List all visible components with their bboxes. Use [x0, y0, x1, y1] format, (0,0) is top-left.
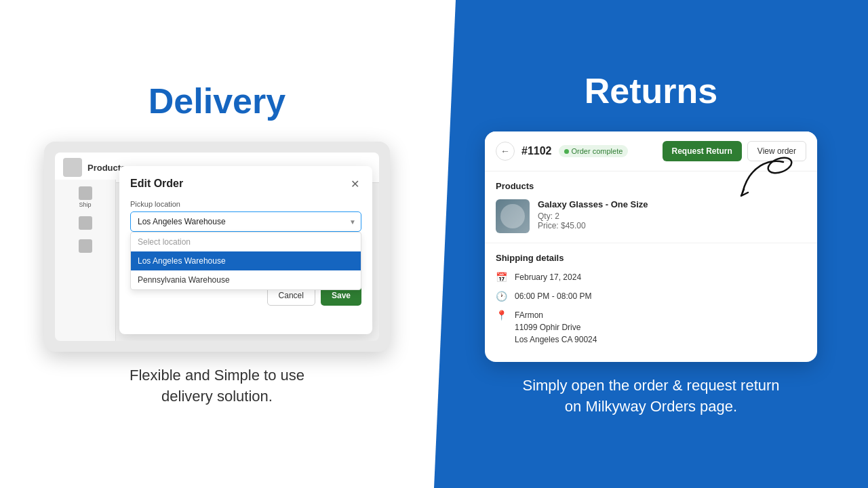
pickup-select-wrapper: Los Angeles Warehouse ▼ Select location …	[130, 211, 361, 232]
back-arrow-icon: ←	[500, 146, 510, 157]
returns-desc: Simply open the order & request return o…	[522, 375, 779, 418]
shipping-time-row: 🕐 06:00 PM - 08:00 PM	[496, 290, 806, 302]
product-row: Galaxy Glasses - One Size Qty: 2 Price: …	[496, 199, 806, 233]
shipping-name: FArmon	[515, 309, 597, 321]
sidebar-item-ship: Ship	[79, 186, 92, 208]
shipping-address1: 11099 Ophir Drive	[515, 321, 597, 333]
dropdown-item-pa[interactable]: Pennsylvania Warehouse	[131, 270, 361, 289]
order-number: #1102	[521, 145, 552, 157]
left-panel: Delivery Products Ship	[0, 0, 434, 488]
order-card: ← #1102 Order complete Request Return Vi…	[485, 131, 817, 362]
product-qty: Qty: 2	[538, 211, 806, 221]
delivery-title: Delivery	[149, 81, 285, 121]
pickup-dropdown: Select location Los Angeles Warehouse Pe…	[130, 232, 361, 290]
products-section: Products Galaxy Glasses - One Size Qty: …	[485, 171, 817, 243]
returns-desc-line2: on Milkyway Orders page.	[565, 398, 737, 415]
tablet-inner: Products Ship Edit Order ✕	[55, 152, 379, 341]
calendar-icon: 📅	[496, 272, 508, 283]
order-header: ← #1102 Order complete Request Return Vi…	[485, 131, 817, 171]
product-info: Galaxy Glasses - One Size Qty: 2 Price: …	[538, 199, 806, 230]
product-img-inner	[500, 204, 525, 228]
right-panel: Returns ← #1102 Order complete Request R…	[434, 0, 868, 488]
sidebar-icon-2	[79, 216, 92, 230]
modal-header: Edit Order ✕	[130, 177, 361, 190]
pickup-label: Pickup location	[130, 200, 361, 208]
sidebar-ship-label: Ship	[79, 201, 92, 208]
shipping-section: Shipping details 📅 February 17, 2024 🕐 0…	[485, 243, 817, 362]
clock-icon: 🕐	[496, 291, 508, 302]
sidebar-icon-3	[79, 239, 92, 253]
request-return-button[interactable]: Request Return	[663, 141, 742, 161]
products-thumb	[63, 158, 82, 177]
sidebar-item-2	[79, 216, 92, 231]
tablet-mockup: Products Ship Edit Order ✕	[44, 142, 390, 352]
returns-desc-line1: Simply open the order & request return	[522, 377, 779, 394]
delivery-desc-line2: delivery solution.	[161, 388, 273, 405]
status-badge: Order complete	[559, 145, 629, 157]
dropdown-item-la[interactable]: Los Angeles Warehouse	[131, 251, 361, 270]
dropdown-item-placeholder[interactable]: Select location	[131, 232, 361, 251]
close-button[interactable]: ✕	[348, 177, 361, 190]
product-image	[496, 199, 530, 233]
product-name: Galaxy Glasses - One Size	[538, 199, 806, 209]
shipping-address: FArmon 11099 Ophir Drive Los Angeles CA …	[515, 309, 597, 346]
header-actions: Request Return View order	[663, 141, 806, 161]
delivery-desc: Flexible and Simple to use delivery solu…	[130, 365, 304, 407]
sidebar-item-3	[79, 239, 92, 254]
shipping-date-row: 📅 February 17, 2024	[496, 271, 806, 283]
status-dot-icon	[564, 149, 569, 154]
location-icon: 📍	[496, 310, 508, 321]
modal-title: Edit Order	[130, 178, 183, 190]
returns-title: Returns	[585, 70, 717, 111]
view-order-button[interactable]: View order	[747, 141, 806, 161]
shipping-time: 06:00 PM - 08:00 PM	[515, 290, 591, 302]
shipping-heading: Shipping details	[496, 253, 806, 263]
products-heading: Products	[496, 181, 806, 191]
edit-order-modal: Edit Order ✕ Pickup location Los Angeles…	[119, 166, 372, 334]
tablet-sidebar: Ship	[55, 180, 116, 341]
shipping-address2: Los Angeles CA 90024	[515, 333, 597, 346]
order-card-container: ← #1102 Order complete Request Return Vi…	[485, 131, 817, 362]
product-price: Price: $45.00	[538, 221, 806, 230]
ship-icon	[79, 186, 92, 200]
delivery-desc-line1: Flexible and Simple to use	[130, 367, 304, 384]
status-text: Order complete	[572, 147, 623, 155]
shipping-address-row: 📍 FArmon 11099 Ophir Drive Los Angeles C…	[496, 309, 806, 346]
pickup-select[interactable]: Los Angeles Warehouse	[130, 211, 361, 232]
back-button[interactable]: ←	[496, 142, 515, 161]
shipping-date: February 17, 2024	[515, 271, 581, 283]
